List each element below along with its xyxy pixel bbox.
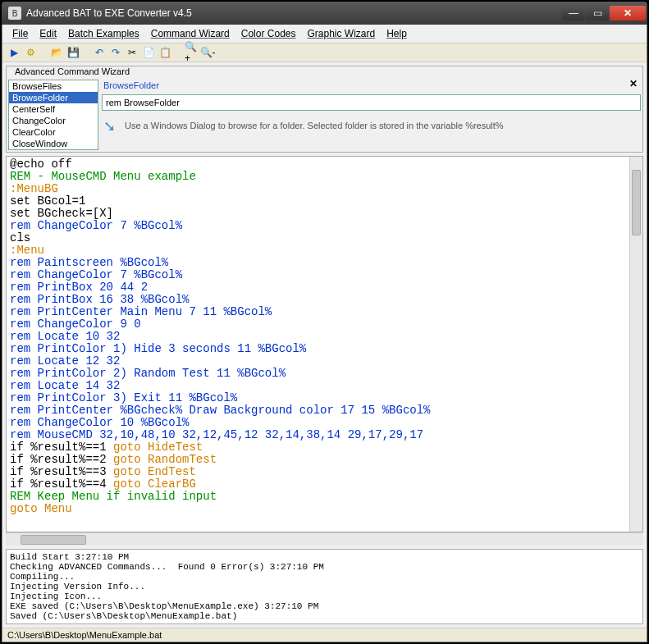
command-list-item[interactable]: CloseWindow (9, 138, 98, 149)
code-line: goto Menu (10, 503, 626, 515)
command-list-item[interactable]: CenterSelf (9, 103, 98, 115)
code-line: rem Paintscreen %BGcol% (10, 257, 626, 269)
code-editor-wrap: @echo offREM - MouseCMD Menu example:Men… (6, 156, 643, 532)
command-list-item[interactable]: BrowseFiles (9, 80, 98, 92)
command-wizard-panel: Advanced Command Wizard ✕ BrowseFilesBro… (6, 66, 643, 153)
command-list-item[interactable]: ChangeColor (9, 115, 98, 126)
window-title: Advanced BAT to EXE Converter v4.5 (26, 7, 562, 19)
code-line: if %result%==4 goto ClearBG (10, 478, 626, 491)
wizard-command-title: BrowseFolder (102, 80, 641, 91)
editor-horizontal-scrollbar[interactable] (6, 532, 643, 546)
menu-file[interactable]: File (7, 26, 33, 41)
code-line: set BGcol=1 (10, 195, 626, 208)
cut-icon[interactable]: ✂ (126, 46, 139, 59)
code-line: rem PrintCenter Main Menu 7 11 %BGcol% (10, 306, 626, 318)
zoom-out-icon[interactable]: 🔍- (201, 46, 214, 59)
code-line: rem PrintBox 16 38 %BGcol% (10, 294, 626, 306)
code-line: rem ChangeColor 7 %BGcol% (10, 220, 626, 232)
code-line: :Menu (10, 244, 626, 257)
code-line: set BGcheck=[X] (10, 208, 626, 220)
wizard-description: Use a Windows Dialog to browse for a fol… (125, 121, 504, 130)
code-line: rem PrintCenter %BGcheck% Draw Backgroun… (10, 404, 626, 417)
paste-icon[interactable]: 📋 (158, 46, 171, 59)
code-line: rem ChangeColor 9 0 (10, 318, 626, 331)
zoom-in-icon[interactable]: 🔍+ (185, 46, 198, 59)
minimize-button[interactable]: — (562, 6, 585, 21)
app-icon: B (8, 7, 21, 20)
code-line: if %result%==2 goto RandomTest (10, 454, 626, 466)
code-line: :MenuBG (10, 183, 626, 195)
redo-icon[interactable]: ↷ (109, 46, 122, 59)
code-line: rem PrintColor 2) Random Test 11 %BGcol% (10, 368, 626, 380)
wizard-command-input[interactable] (102, 94, 641, 111)
maximize-button[interactable]: ▭ (586, 6, 609, 21)
play-icon[interactable]: ▶ (7, 46, 21, 59)
code-line: if %result%==1 goto HideTest (10, 441, 626, 454)
copy-icon[interactable]: 📄 (142, 46, 155, 59)
code-line: rem PrintBox 20 44 2 (10, 281, 626, 294)
menu-graphic-wizard[interactable]: Graphic Wizard (302, 26, 380, 41)
titlebar[interactable]: B Advanced BAT to EXE Converter v4.5 — ▭… (2, 2, 647, 25)
save-icon[interactable]: 💾 (66, 46, 80, 59)
editor-vertical-scrollbar[interactable] (629, 157, 642, 532)
code-line: rem PrintColor 1) Hide 3 seconds 11 %BGc… (10, 343, 626, 355)
code-line: rem ChangeColor 10 %BGcol% (10, 417, 626, 429)
info-arrow-icon: ➘ (103, 117, 120, 134)
output-console[interactable]: Build Start 3:27:10 PM Checking ADVANCED… (6, 549, 643, 624)
code-line: rem Locate 12 32 (10, 355, 626, 368)
open-icon[interactable]: 📂 (50, 46, 63, 59)
statusbar: C:\Users\B\Desktop\MenuExample.bat (2, 628, 647, 642)
code-line: @echo off (10, 158, 626, 171)
status-path: C:\Users\B\Desktop\MenuExample.bat (7, 630, 162, 640)
code-line: REM Keep Menu if invalid input (10, 491, 626, 503)
close-button[interactable]: ✕ (610, 6, 646, 21)
toolbar: ▶ ⚙ 📂 💾 ↶ ↷ ✂ 📄 📋 🔍+ 🔍- (2, 43, 647, 62)
menu-batch-examples[interactable]: Batch Examples (63, 26, 144, 41)
wizard-panel-label: Advanced Command Wizard (11, 66, 133, 76)
command-list[interactable]: BrowseFilesBrowseFolderCenterSelfChangeC… (8, 80, 98, 150)
code-line: REM - MouseCMD Menu example (10, 171, 626, 183)
menu-command-wizard[interactable]: Command Wizard (146, 26, 235, 41)
menubar: File Edit Batch Examples Command Wizard … (2, 25, 647, 43)
code-editor[interactable]: @echo offREM - MouseCMD Menu example:Men… (7, 157, 629, 532)
gear-icon[interactable]: ⚙ (24, 46, 37, 59)
menu-edit[interactable]: Edit (34, 26, 62, 41)
command-list-item[interactable]: ClearColor (9, 126, 98, 138)
app-window: B Advanced BAT to EXE Converter v4.5 — ▭… (0, 0, 649, 644)
command-list-item[interactable]: BrowseFolder (9, 92, 98, 103)
code-line: rem Locate 10 32 (10, 331, 626, 343)
code-line: if %result%==3 goto EndTest (10, 466, 626, 478)
menu-help[interactable]: Help (382, 26, 412, 41)
code-line: rem ChangeColor 7 %BGcol% (10, 269, 626, 281)
wizard-close-icon[interactable]: ✕ (629, 78, 638, 89)
code-line: rem MouseCMD 32,10,48,10 32,12,45,12 32,… (10, 429, 626, 441)
undo-icon[interactable]: ↶ (93, 46, 106, 59)
menu-color-codes[interactable]: Color Codes (236, 26, 301, 41)
code-line: rem PrintColor 3) Exit 11 %BGcol% (10, 392, 626, 404)
code-line: cls (10, 232, 626, 244)
code-line: rem Locate 14 32 (10, 380, 626, 392)
